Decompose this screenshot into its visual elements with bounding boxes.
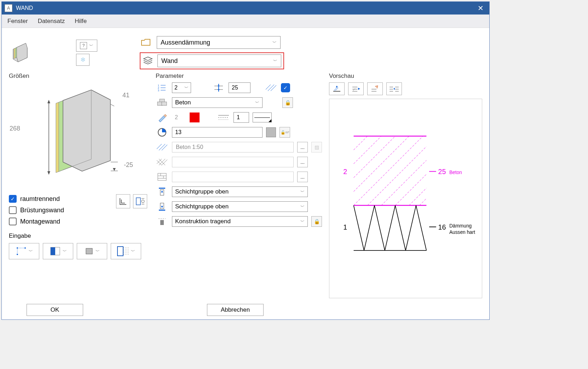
svg-rect-27 — [86, 248, 92, 254]
group-bottom-select[interactable]: Schichtgruppe oben﹀ — [172, 201, 308, 212]
cancel-button[interactable]: Abbrechen — [207, 304, 264, 316]
svg-line-99 — [354, 136, 423, 206]
preview-mode-3[interactable] — [367, 82, 383, 95]
linetype-select[interactable] — [253, 113, 272, 122]
fill-color-swatch[interactable] — [266, 127, 276, 137]
hatch2-field[interactable] — [172, 157, 294, 167]
preview-mode-4[interactable] — [386, 82, 402, 95]
construction-lock[interactable]: 🔒 — [311, 216, 322, 227]
app-icon: A — [5, 4, 12, 12]
label-room-separating: raumtrennend — [20, 195, 60, 203]
layer-count-icon: 123 — [156, 82, 168, 93]
input-mode-points[interactable]: ﹀ — [9, 243, 39, 259]
menu-bar: Fenster Datensatz Hilfe — [2, 15, 489, 28]
catalog-selector[interactable]: Aussendämmung ﹀ — [157, 36, 281, 49]
menu-datensatz[interactable]: Datensatz — [38, 18, 65, 25]
svg-marker-6 — [47, 171, 50, 175]
preview-title: Vorschau — [329, 73, 482, 80]
svg-text:3: 3 — [158, 89, 159, 92]
pattern-icon — [156, 172, 168, 182]
construction-icon — [156, 216, 168, 227]
dimension-mode-button[interactable] — [133, 194, 147, 208]
top-toolbar: ? ﹀ ❄ Aussendämmung ﹀ — [10, 35, 481, 70]
svg-marker-42 — [218, 89, 220, 91]
preview-layer1-num: 1 — [343, 223, 347, 231]
svg-marker-15 — [113, 168, 116, 171]
layer-count-select[interactable]: 2﹀ — [172, 82, 191, 93]
svg-line-103 — [409, 188, 426, 206]
sizes-panel: Größen 268 41 -25 — [9, 73, 149, 298]
element-value: Wand — [161, 57, 178, 65]
preview-layer1-material-l1: Dämmung — [449, 223, 472, 229]
area-unit-button[interactable]: 🔓m² — [279, 127, 290, 138]
hatch1-browse[interactable]: ... — [297, 142, 308, 152]
material-lock[interactable]: 🔒 — [282, 97, 293, 108]
thickness-input[interactable]: 25 — [229, 82, 250, 93]
svg-line-100 — [368, 146, 427, 206]
svg-rect-74 — [160, 220, 164, 225]
parameter-panel: Parameter 123 2﹀ 25 ✓ Beton﹀ 🔒 2 — [156, 73, 322, 298]
freeze-button[interactable]: ❄ — [76, 54, 90, 66]
titlebar: A WAND ✕ — [2, 2, 489, 15]
sizes-title: Größen — [9, 73, 149, 80]
favorites-dropdown[interactable]: ? ﹀ — [76, 40, 97, 52]
hatch-enable-checkbox[interactable]: ✓ — [281, 83, 290, 92]
svg-marker-78 — [336, 86, 338, 87]
check-parapet[interactable] — [9, 206, 17, 214]
dialog-window: A WAND ✕ Fenster Datensatz Hilfe ? ﹀ ❄ — [1, 1, 490, 320]
svg-marker-10 — [63, 90, 110, 171]
svg-marker-72 — [161, 206, 163, 208]
size-diagram: 268 41 -25 — [9, 82, 149, 189]
close-button[interactable]: ✕ — [475, 4, 486, 12]
preview-layer2-material: Beton — [449, 170, 462, 175]
corner-mode-button[interactable] — [116, 194, 130, 208]
input-mode-axis[interactable]: ﹀ — [43, 243, 73, 259]
svg-point-19 — [142, 200, 144, 203]
element-selector[interactable]: Wand ﹀ — [157, 54, 281, 67]
material-select[interactable]: Beton﹀ — [172, 97, 263, 108]
svg-marker-83 — [358, 88, 360, 90]
pattern-browse[interactable]: ... — [297, 172, 308, 182]
input-mode-sections[interactable]: ﹀ — [111, 243, 141, 259]
menu-hilfe[interactable]: Hilfe — [75, 18, 87, 25]
svg-marker-41 — [218, 85, 220, 86]
svg-marker-89 — [393, 88, 395, 90]
input-title: Eingabe — [9, 232, 149, 240]
catalog-value: Aussendämmung — [161, 39, 210, 46]
label-mounting: Montagewand — [20, 218, 60, 225]
svg-line-104 — [420, 198, 427, 206]
hatch2-browse[interactable]: ... — [297, 157, 308, 167]
svg-rect-26 — [51, 247, 55, 255]
preview-layer1-thickness: 16 — [438, 223, 446, 231]
pen-color-swatch[interactable] — [190, 113, 200, 122]
menu-fenster[interactable]: Fenster — [7, 18, 28, 25]
group-top-select[interactable]: Schichtgruppe oben﹀ — [172, 186, 308, 197]
wall-type-icon — [10, 43, 30, 63]
pattern-field[interactable] — [172, 172, 294, 182]
window-title: WAND — [16, 5, 475, 11]
material-icon — [156, 97, 168, 108]
svg-rect-62 — [158, 173, 166, 180]
preview-layer1-material-l2: Aussen hart — [449, 230, 475, 235]
check-room-separating[interactable]: ✓ — [9, 195, 17, 203]
construction-select[interactable]: Konstruktion tragend﹀ — [172, 216, 308, 227]
lineweight-input[interactable]: 1 — [234, 112, 249, 123]
dim-bottom: -25 — [124, 161, 133, 169]
svg-text:1: 1 — [158, 84, 159, 87]
svg-line-76 — [334, 88, 337, 91]
hatch-disabled-icon: ▨ — [311, 142, 322, 152]
svg-line-55 — [159, 144, 165, 150]
preview-mode-1[interactable] — [329, 82, 345, 95]
parameter-title: Parameter — [156, 73, 322, 80]
hatch-enable-icon — [265, 82, 277, 93]
preview-panel: Vorschau — [329, 73, 482, 298]
ok-button[interactable]: OK — [27, 304, 83, 316]
preview-mode-2[interactable] — [348, 82, 364, 95]
fill-input[interactable]: 13 — [172, 127, 263, 138]
svg-line-95 — [354, 136, 368, 150]
fill-icon — [156, 127, 168, 138]
input-mode-fill[interactable]: ﹀ — [77, 243, 107, 259]
hatch1-field[interactable]: Beton 1:50 — [172, 142, 294, 152]
svg-line-101 — [381, 160, 426, 205]
check-mounting[interactable] — [9, 218, 17, 225]
